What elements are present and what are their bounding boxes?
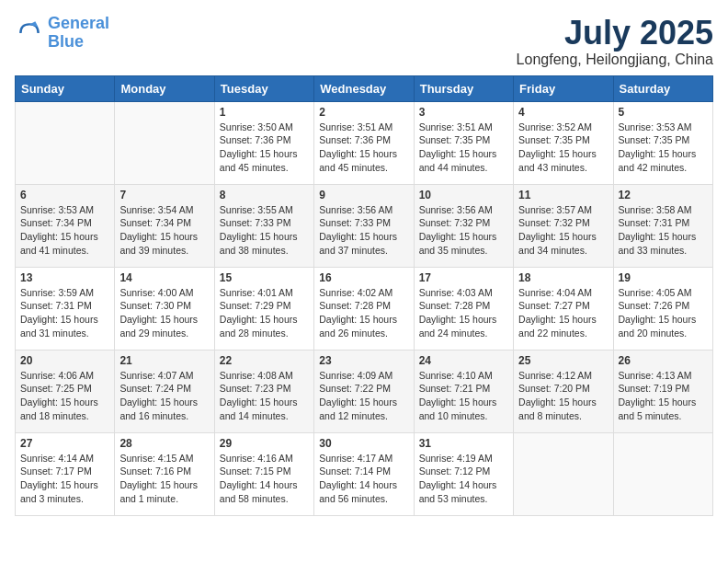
day-number: 21 xyxy=(119,354,209,367)
calendar-title-block: July 2025 Longfeng, Heilongjiang, China xyxy=(517,15,713,68)
day-cell: 6Sunrise: 3:53 AMSunset: 7:34 PMDaylight… xyxy=(16,184,115,267)
day-info: Sunrise: 3:58 AMSunset: 7:31 PMDaylight:… xyxy=(619,203,708,258)
day-cell: 11Sunrise: 3:57 AMSunset: 7:32 PMDayligh… xyxy=(514,184,613,267)
day-info: Sunrise: 3:55 AMSunset: 7:33 PMDaylight:… xyxy=(220,203,309,258)
day-info: Sunrise: 4:09 AMSunset: 7:22 PMDaylight:… xyxy=(319,369,408,423)
day-cell: 16Sunrise: 4:02 AMSunset: 7:28 PMDayligh… xyxy=(314,267,414,350)
day-number: 11 xyxy=(518,189,608,201)
day-number: 18 xyxy=(518,271,608,284)
day-info: Sunrise: 3:51 AMSunset: 7:36 PMDaylight:… xyxy=(319,121,408,175)
day-info: Sunrise: 4:04 AMSunset: 7:27 PMDaylight:… xyxy=(518,286,608,340)
day-info: Sunrise: 4:05 AMSunset: 7:26 PMDaylight:… xyxy=(619,286,708,340)
day-number: 26 xyxy=(619,354,708,367)
day-info: Sunrise: 3:56 AMSunset: 7:32 PMDaylight:… xyxy=(419,203,508,258)
day-info: Sunrise: 3:54 AMSunset: 7:34 PMDaylight:… xyxy=(119,203,209,258)
day-info: Sunrise: 3:51 AMSunset: 7:35 PMDaylight:… xyxy=(419,121,508,175)
week-row-2: 13Sunrise: 3:59 AMSunset: 7:31 PMDayligh… xyxy=(16,267,713,350)
day-cell: 18Sunrise: 4:04 AMSunset: 7:27 PMDayligh… xyxy=(514,267,613,350)
week-row-3: 20Sunrise: 4:06 AMSunset: 7:25 PMDayligh… xyxy=(16,350,713,432)
day-info: Sunrise: 3:52 AMSunset: 7:35 PMDaylight:… xyxy=(518,121,608,175)
header-cell-sunday: Sunday xyxy=(16,75,115,101)
logo-icon xyxy=(15,18,44,48)
day-cell: 27Sunrise: 4:14 AMSunset: 7:17 PMDayligh… xyxy=(16,432,115,515)
day-number: 31 xyxy=(419,437,508,450)
day-info: Sunrise: 3:53 AMSunset: 7:35 PMDaylight:… xyxy=(619,121,708,175)
day-number: 2 xyxy=(319,106,408,119)
day-info: Sunrise: 4:01 AMSunset: 7:29 PMDaylight:… xyxy=(220,286,309,340)
day-number: 8 xyxy=(220,189,309,201)
day-info: Sunrise: 4:12 AMSunset: 7:20 PMDaylight:… xyxy=(518,369,608,423)
day-number: 5 xyxy=(619,106,708,119)
day-cell: 9Sunrise: 3:56 AMSunset: 7:33 PMDaylight… xyxy=(314,184,414,267)
day-number: 13 xyxy=(20,271,109,284)
day-cell: 2Sunrise: 3:51 AMSunset: 7:36 PMDaylight… xyxy=(314,101,414,184)
day-number: 29 xyxy=(220,437,309,450)
day-info: Sunrise: 4:08 AMSunset: 7:23 PMDaylight:… xyxy=(220,369,309,423)
day-info: Sunrise: 4:00 AMSunset: 7:30 PMDaylight:… xyxy=(119,286,209,340)
day-cell: 19Sunrise: 4:05 AMSunset: 7:26 PMDayligh… xyxy=(613,267,712,350)
day-cell: 30Sunrise: 4:17 AMSunset: 7:14 PMDayligh… xyxy=(314,432,414,515)
page-header: GeneralBlue July 2025 Longfeng, Heilongj… xyxy=(15,15,713,68)
header-cell-friday: Friday xyxy=(514,75,613,101)
day-number: 9 xyxy=(319,189,408,201)
day-cell: 23Sunrise: 4:09 AMSunset: 7:22 PMDayligh… xyxy=(314,350,414,432)
day-cell: 24Sunrise: 4:10 AMSunset: 7:21 PMDayligh… xyxy=(414,350,513,432)
day-info: Sunrise: 3:56 AMSunset: 7:33 PMDaylight:… xyxy=(319,203,408,258)
day-cell: 8Sunrise: 3:55 AMSunset: 7:33 PMDaylight… xyxy=(214,184,313,267)
day-info: Sunrise: 4:13 AMSunset: 7:19 PMDaylight:… xyxy=(619,369,708,423)
day-number: 30 xyxy=(319,437,408,450)
day-cell: 29Sunrise: 4:16 AMSunset: 7:15 PMDayligh… xyxy=(214,432,313,515)
day-number: 28 xyxy=(119,437,209,450)
day-number: 25 xyxy=(518,354,608,367)
day-cell: 22Sunrise: 4:08 AMSunset: 7:23 PMDayligh… xyxy=(214,350,313,432)
day-cell: 20Sunrise: 4:06 AMSunset: 7:25 PMDayligh… xyxy=(16,350,115,432)
calendar-body: 1Sunrise: 3:50 AMSunset: 7:36 PMDaylight… xyxy=(16,101,713,515)
header-cell-monday: Monday xyxy=(115,75,214,101)
day-info: Sunrise: 4:10 AMSunset: 7:21 PMDaylight:… xyxy=(419,369,508,423)
app-logo: GeneralBlue xyxy=(15,15,109,52)
day-number: 12 xyxy=(619,189,708,201)
day-cell xyxy=(16,101,115,184)
day-number: 20 xyxy=(20,354,109,367)
day-info: Sunrise: 4:14 AMSunset: 7:17 PMDaylight:… xyxy=(20,452,109,506)
header-cell-tuesday: Tuesday xyxy=(214,75,313,101)
header-cell-thursday: Thursday xyxy=(414,75,513,101)
day-cell: 14Sunrise: 4:00 AMSunset: 7:30 PMDayligh… xyxy=(115,267,214,350)
day-info: Sunrise: 3:57 AMSunset: 7:32 PMDaylight:… xyxy=(518,203,608,258)
day-cell: 13Sunrise: 3:59 AMSunset: 7:31 PMDayligh… xyxy=(16,267,115,350)
day-number: 3 xyxy=(419,106,508,119)
day-cell: 28Sunrise: 4:15 AMSunset: 7:16 PMDayligh… xyxy=(115,432,214,515)
day-cell: 15Sunrise: 4:01 AMSunset: 7:29 PMDayligh… xyxy=(214,267,313,350)
day-number: 22 xyxy=(220,354,309,367)
day-number: 19 xyxy=(619,271,708,284)
day-info: Sunrise: 3:53 AMSunset: 7:34 PMDaylight:… xyxy=(20,203,109,258)
day-cell: 4Sunrise: 3:52 AMSunset: 7:35 PMDaylight… xyxy=(514,101,613,184)
day-number: 24 xyxy=(419,354,508,367)
day-cell: 10Sunrise: 3:56 AMSunset: 7:32 PMDayligh… xyxy=(414,184,513,267)
day-cell xyxy=(115,101,214,184)
calendar-table: SundayMondayTuesdayWednesdayThursdayFrid… xyxy=(15,75,713,516)
day-cell: 1Sunrise: 3:50 AMSunset: 7:36 PMDaylight… xyxy=(214,101,313,184)
header-row: SundayMondayTuesdayWednesdayThursdayFrid… xyxy=(16,75,713,101)
day-info: Sunrise: 4:03 AMSunset: 7:28 PMDaylight:… xyxy=(419,286,508,340)
day-number: 10 xyxy=(419,189,508,201)
day-info: Sunrise: 4:15 AMSunset: 7:16 PMDaylight:… xyxy=(119,452,209,506)
day-info: Sunrise: 3:59 AMSunset: 7:31 PMDaylight:… xyxy=(20,286,109,340)
day-number: 7 xyxy=(119,189,209,201)
day-info: Sunrise: 4:16 AMSunset: 7:15 PMDaylight:… xyxy=(220,452,309,506)
day-number: 17 xyxy=(419,271,508,284)
week-row-4: 27Sunrise: 4:14 AMSunset: 7:17 PMDayligh… xyxy=(16,432,713,515)
day-cell: 25Sunrise: 4:12 AMSunset: 7:20 PMDayligh… xyxy=(514,350,613,432)
day-cell: 21Sunrise: 4:07 AMSunset: 7:24 PMDayligh… xyxy=(115,350,214,432)
day-info: Sunrise: 4:17 AMSunset: 7:14 PMDaylight:… xyxy=(319,452,408,506)
day-cell: 31Sunrise: 4:19 AMSunset: 7:12 PMDayligh… xyxy=(414,432,513,515)
day-cell: 17Sunrise: 4:03 AMSunset: 7:28 PMDayligh… xyxy=(414,267,513,350)
day-cell: 12Sunrise: 3:58 AMSunset: 7:31 PMDayligh… xyxy=(613,184,712,267)
day-number: 16 xyxy=(319,271,408,284)
day-number: 14 xyxy=(119,271,209,284)
day-info: Sunrise: 4:19 AMSunset: 7:12 PMDaylight:… xyxy=(419,452,508,506)
header-cell-saturday: Saturday xyxy=(613,75,712,101)
day-number: 6 xyxy=(20,189,109,201)
day-number: 1 xyxy=(220,106,309,119)
day-cell: 26Sunrise: 4:13 AMSunset: 7:19 PMDayligh… xyxy=(613,350,712,432)
